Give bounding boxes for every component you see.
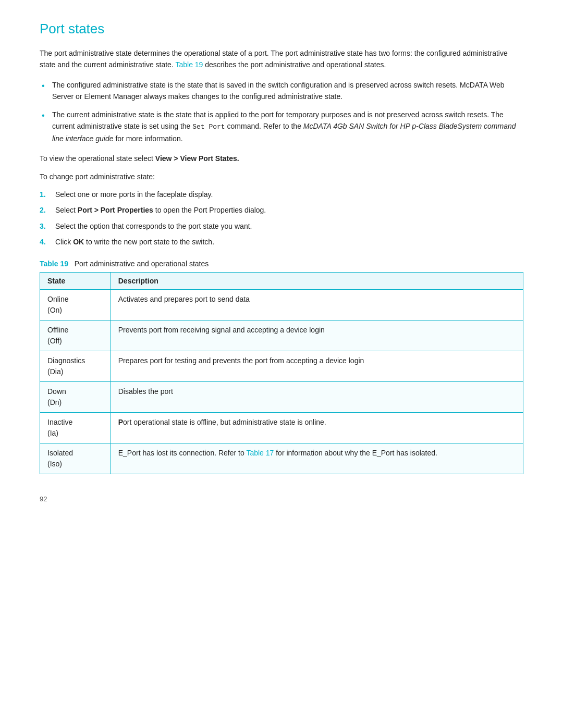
description-cell: Disables the port xyxy=(111,381,523,412)
step-2-bold: Port > Port Properties xyxy=(78,206,153,214)
intro-paragraph: The port administrative state determines… xyxy=(40,47,523,71)
table17-link[interactable]: Table 17 xyxy=(246,449,274,457)
description-cell: Prepares port for testing and prevents t… xyxy=(111,351,523,381)
state-cell: Isolated (Iso) xyxy=(40,443,111,474)
page-title: Port states xyxy=(40,21,523,37)
table19-link[interactable]: Table 19 xyxy=(175,60,203,69)
steps-list: Select one or more ports in the faceplat… xyxy=(40,189,523,248)
description-cell: Port operational state is offline, but a… xyxy=(111,412,523,443)
step-1: Select one or more ports in the faceplat… xyxy=(40,189,523,200)
bullet-2-end: for more information. xyxy=(114,134,183,143)
step-3: Select the option that corresponds to th… xyxy=(40,220,523,232)
state-cell: Down (Dn) xyxy=(40,381,111,412)
table-caption: Table 19 Port administrative and operati… xyxy=(40,258,523,269)
table-label: Table 19 xyxy=(40,260,68,268)
bullet-item-1: The configured administrative state is t… xyxy=(40,79,523,103)
bullet-2-after: command. Refer to the xyxy=(225,122,303,130)
table-row: Isolated (Iso)E_Port has lost its connec… xyxy=(40,443,523,474)
col-state-header: State xyxy=(40,272,111,289)
table-header-row: State Description xyxy=(40,272,523,289)
set-port-code: Set Port xyxy=(192,123,225,131)
state-cell: Offline (Off) xyxy=(40,320,111,351)
description-cell: Activates and prepares port to send data xyxy=(111,289,523,320)
step-2: Select Port > Port Properties to open th… xyxy=(40,204,523,216)
change-instruction: To change port administrative state: xyxy=(40,171,523,182)
col-description-header: Description xyxy=(111,272,523,289)
table-row: Down (Dn)Disables the port xyxy=(40,381,523,412)
step-1-text: Select one or more ports in the faceplat… xyxy=(55,190,213,199)
step-4-after: to write the new port state to the switc… xyxy=(84,238,214,246)
state-cell: Online (On) xyxy=(40,289,111,320)
description-cell: E_Port has lost its connection. Refer to… xyxy=(111,443,523,474)
page-number: 92 xyxy=(40,495,523,503)
view-bold: View > View Port States. xyxy=(155,154,239,163)
bullet-1-text: The configured administrative state is t… xyxy=(52,81,505,101)
table-row: Inactive (Ia)Port operational state is o… xyxy=(40,412,523,443)
step-4-bold: OK xyxy=(73,238,84,246)
step-2-prefix: Select xyxy=(55,206,78,214)
view-instruction: To view the operational state select Vie… xyxy=(40,153,523,164)
step-2-after: to open the Port Properties dialog. xyxy=(153,206,266,214)
table-row: Offline (Off)Prevents port from receivin… xyxy=(40,320,523,351)
intro-suffix: describes the port administrative and op… xyxy=(203,60,386,69)
table-row: Online (On)Activates and prepares port t… xyxy=(40,289,523,320)
state-cell: Inactive (Ia) xyxy=(40,412,111,443)
table-row: Diagnostics (Dia)Prepares port for testi… xyxy=(40,351,523,381)
bullet-item-2: The current administrative state is the … xyxy=(40,109,523,145)
table-caption-text: Port administrative and operational stat… xyxy=(70,260,209,268)
step-4-prefix: Click xyxy=(55,238,73,246)
state-cell: Diagnostics (Dia) xyxy=(40,351,111,381)
bullet-list: The configured administrative state is t… xyxy=(40,79,523,144)
view-prefix: To view the operational state select xyxy=(40,154,155,163)
states-table: State Description Online (On)Activates a… xyxy=(40,272,523,474)
step-4: Click OK to write the new port state to … xyxy=(40,236,523,248)
description-cell: Prevents port from receiving signal and … xyxy=(111,320,523,351)
step-3-text: Select the option that corresponds to th… xyxy=(55,222,252,230)
